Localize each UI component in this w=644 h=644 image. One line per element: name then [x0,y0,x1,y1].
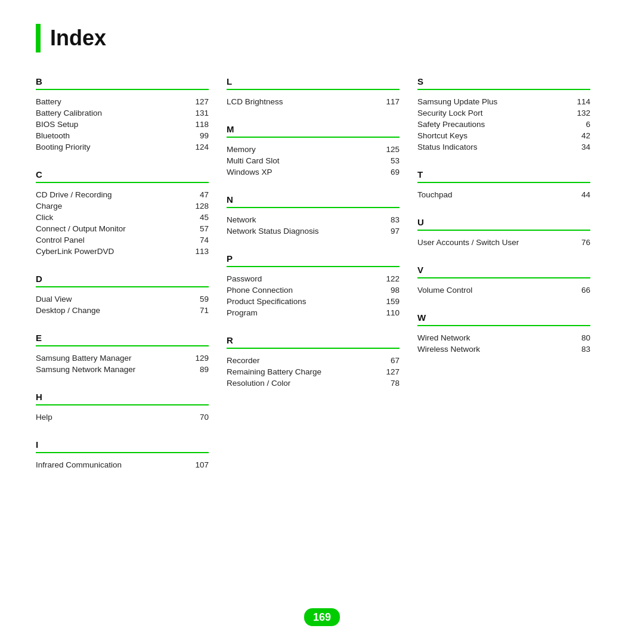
section-H: HHelp70 [36,392,209,423]
entry-label: Samsung Update Plus [417,97,566,106]
entry-page: 124 [185,143,209,151]
entry-page: 57 [185,224,209,233]
entry-page: 132 [566,109,590,117]
index-entry: Connect / Output Monitor57 [36,223,209,234]
entry-label: Dual View [36,295,185,304]
index-entry: Network Status Diagnosis97 [227,225,400,237]
index-entry: Control Panel74 [36,234,209,246]
page: Index BBattery127Battery Calibration131B… [0,0,644,535]
index-entry: Network83 [227,214,400,225]
entry-page: 59 [185,295,209,304]
entry-label: Desktop / Change [36,306,185,315]
index-entry: BIOS Setup118 [36,119,209,130]
entry-label: Remaining Battery Charge [227,367,376,376]
column-0: BBattery127Battery Calibration131BIOS Se… [36,76,227,487]
entry-page: 117 [376,97,400,106]
entry-page: 71 [185,306,209,315]
index-entry: Safety Precautions6 [417,119,590,130]
entry-page: 127 [376,367,400,376]
section-header-M: M [227,124,400,138]
index-entry: Product Specifications159 [227,296,400,307]
index-entry: Volume Control66 [417,284,590,296]
index-entry: Samsung Update Plus114 [417,96,590,107]
entry-label: Battery [36,97,185,106]
entry-page: 122 [376,274,400,283]
entry-page: 83 [376,215,400,224]
entry-label: Help [36,413,185,422]
entry-page: 128 [185,202,209,210]
entry-page: 34 [566,143,590,151]
section-U: UUser Accounts / Switch User76 [417,217,590,248]
entry-label: Resolution / Color [227,379,376,388]
entry-label: Windows XP [227,168,376,177]
entry-page: 99 [185,131,209,140]
entry-page: 66 [566,286,590,295]
index-entry: Wired Network80 [417,332,590,343]
entry-page: 89 [185,365,209,374]
index-entry: Desktop / Change71 [36,305,209,316]
index-entry: Status Indicators34 [417,141,590,153]
entry-page: 80 [566,333,590,342]
section-N: NNetwork83Network Status Diagnosis97 [227,194,400,237]
index-entry: LCD Brightness117 [227,96,400,107]
entry-label: CyberLink PowerDVD [36,247,185,256]
entry-label: Click [36,213,185,222]
entry-page: 159 [376,297,400,306]
index-entry: Recorder67 [227,355,400,366]
entry-label: BIOS Setup [36,120,185,129]
entry-page: 131 [185,109,209,117]
index-entry: Memory125 [227,144,400,155]
entry-label: Shortcut Keys [417,131,566,140]
entry-page: 110 [376,308,400,317]
index-entry: User Accounts / Switch User76 [417,237,590,248]
section-header-D: D [36,274,209,287]
entry-label: User Accounts / Switch User [417,238,566,247]
entry-label: CD Drive / Recording [36,190,185,199]
section-header-U: U [417,217,590,231]
entry-label: Status Indicators [417,143,566,151]
index-entry: Help70 [36,411,209,423]
index-entry: Security Lock Port132 [417,107,590,119]
index-entry: Samsung Battery Manager129 [36,352,209,364]
entry-page: 74 [185,236,209,244]
section-I: IInfrared Communication107 [36,439,209,470]
entry-label: Booting Priority [36,143,185,151]
section-B: BBattery127Battery Calibration131BIOS Se… [36,76,209,153]
section-header-B: B [36,76,209,90]
index-entry: Multi Card Slot53 [227,155,400,166]
column-2: SSamsung Update Plus114Security Lock Por… [417,76,608,487]
section-D: DDual View59Desktop / Change71 [36,274,209,316]
entry-page: 78 [376,379,400,388]
page-number: 169 [304,608,340,626]
index-entry: Shortcut Keys42 [417,130,590,141]
section-header-W: W [417,312,590,326]
entry-page: 97 [376,227,400,236]
index-entry: Touchpad44 [417,189,590,200]
entry-label: Recorder [227,356,376,365]
section-header-N: N [227,194,400,208]
section-header-L: L [227,76,400,90]
section-R: RRecorder67Remaining Battery Charge127Re… [227,335,400,389]
entry-page: 83 [566,345,590,354]
section-header-T: T [417,169,590,183]
section-header-C: C [36,169,209,183]
section-header-V: V [417,265,590,278]
entry-page: 45 [185,213,209,222]
entry-label: Control Panel [36,236,185,244]
entry-label: LCD Brightness [227,97,376,106]
index-columns: BBattery127Battery Calibration131BIOS Se… [36,76,608,487]
entry-label: Samsung Network Manager [36,365,185,374]
entry-label: Multi Card Slot [227,156,376,165]
entry-page: 107 [185,460,209,469]
entry-page: 6 [566,120,590,129]
entry-label: Touchpad [417,190,566,199]
title-bar: Index [36,24,608,52]
index-entry: Remaining Battery Charge127 [227,366,400,377]
section-header-R: R [227,335,400,349]
entry-page: 98 [376,286,400,295]
index-entry: Program110 [227,307,400,318]
entry-label: Wired Network [417,333,566,342]
index-entry: CyberLink PowerDVD113 [36,246,209,257]
entry-page: 47 [185,190,209,199]
entry-label: Network Status Diagnosis [227,227,376,236]
